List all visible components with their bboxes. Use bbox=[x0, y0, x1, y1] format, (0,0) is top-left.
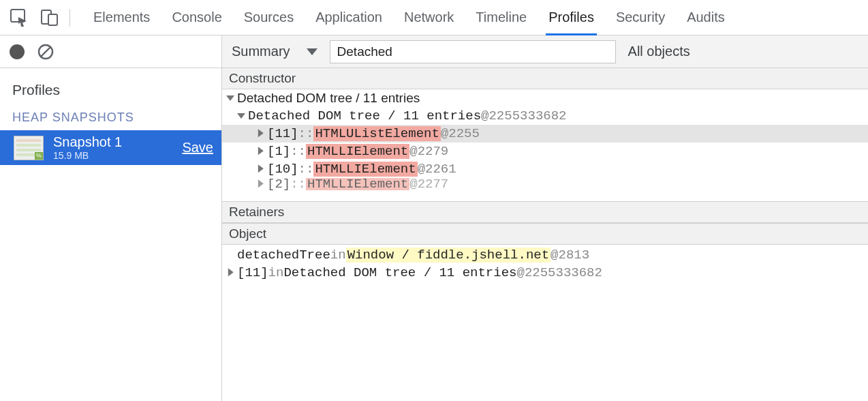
object-column-header[interactable]: Object bbox=[222, 223, 868, 245]
tab-audits[interactable]: Audits bbox=[685, 0, 726, 35]
triangle-down-icon[interactable] bbox=[226, 95, 234, 101]
tab-application[interactable]: Application bbox=[314, 0, 384, 35]
retainers-tree[interactable]: detachedTree in Window / fiddle.jshell.n… bbox=[222, 245, 868, 401]
triangle-right-icon[interactable] bbox=[258, 129, 264, 137]
tab-elements[interactable]: Elements bbox=[92, 0, 151, 35]
triangle-down-icon[interactable] bbox=[237, 113, 245, 119]
tree-row[interactable]: Detached DOM tree / 11 entries bbox=[222, 89, 868, 107]
triangle-right-icon[interactable] bbox=[258, 179, 264, 188]
tree-row[interactable]: [1] :: HTMLLIElement @2279 bbox=[222, 143, 868, 160]
view-mode-dropdown[interactable]: Summary bbox=[232, 44, 317, 59]
retainers-header[interactable]: Retainers bbox=[222, 202, 868, 223]
tab-profiles[interactable]: Profiles bbox=[547, 0, 595, 35]
triangle-right-icon[interactable] bbox=[258, 164, 264, 173]
triangle-right-icon[interactable] bbox=[258, 147, 264, 155]
svg-line-4 bbox=[41, 47, 50, 57]
chevron-down-icon bbox=[307, 48, 317, 55]
snapshot-save-link[interactable]: Save bbox=[182, 140, 213, 155]
tree-row[interactable]: [10] :: HTMLLIElement @2261 bbox=[222, 160, 868, 178]
tab-console[interactable]: Console bbox=[170, 0, 223, 35]
heap-snapshot-main: Summary All objects Constructor Detached… bbox=[222, 35, 868, 401]
tab-network[interactable]: Network bbox=[403, 0, 455, 35]
snapshot-size: 15.9 MB bbox=[53, 150, 172, 161]
clear-icon[interactable] bbox=[37, 43, 55, 61]
device-toggle-icon[interactable] bbox=[37, 4, 63, 31]
tree-row[interactable]: [2] :: HTMLLIElement @2277 bbox=[222, 178, 868, 190]
tree-row[interactable]: [11] :: HTMLUListElement @2255 bbox=[222, 125, 868, 143]
retainer-row[interactable]: [11] in Detached DOM tree / 11 entries @… bbox=[222, 264, 868, 282]
view-mode-label: Summary bbox=[232, 44, 290, 59]
class-filter-input[interactable] bbox=[330, 40, 616, 63]
snapshot-name: Snapshot 1 bbox=[53, 134, 172, 150]
constructor-tree[interactable]: Detached DOM tree / 11 entriesDetached D… bbox=[222, 89, 868, 201]
snapshot-item[interactable]: % Snapshot 1 15.9 MB Save bbox=[0, 130, 221, 165]
snapshot-text: Snapshot 1 15.9 MB bbox=[53, 134, 172, 161]
heap-snapshots-label: HEAP SNAPSHOTS bbox=[0, 106, 221, 130]
svg-rect-2 bbox=[48, 14, 57, 25]
tab-security[interactable]: Security bbox=[615, 0, 666, 35]
divider bbox=[69, 9, 70, 27]
inspect-icon[interactable] bbox=[7, 4, 33, 31]
sidebar-toolbar bbox=[0, 35, 221, 68]
tab-timeline[interactable]: Timeline bbox=[474, 0, 528, 35]
sidebar-title: Profiles bbox=[0, 68, 221, 106]
tree-row[interactable]: Detached DOM tree / 11 entries @22553336… bbox=[222, 107, 868, 125]
profiles-sidebar: Profiles HEAP SNAPSHOTS % Snapshot 1 15.… bbox=[0, 35, 222, 401]
record-button[interactable] bbox=[10, 44, 25, 59]
triangle-right-icon[interactable] bbox=[228, 268, 234, 276]
tab-sources[interactable]: Sources bbox=[243, 0, 295, 35]
heap-toolbar: Summary All objects bbox=[222, 35, 868, 68]
retainer-row[interactable]: detachedTree in Window / fiddle.jshell.n… bbox=[222, 246, 868, 264]
snapshot-thumb-icon: % bbox=[14, 136, 44, 160]
devtools-tabstrip: ElementsConsoleSourcesApplicationNetwork… bbox=[0, 0, 868, 35]
object-scope-dropdown[interactable]: All objects bbox=[628, 44, 690, 59]
constructor-column-header[interactable]: Constructor bbox=[222, 68, 868, 89]
